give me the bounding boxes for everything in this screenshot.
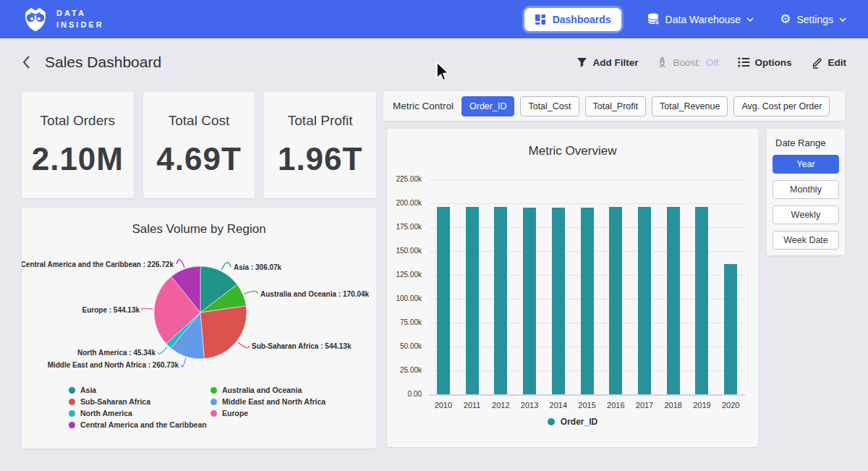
bar-column <box>630 207 659 394</box>
metric-option-total-cost[interactable]: Total_Cost <box>520 96 579 116</box>
brand-logo: DATA INSIDER <box>22 6 104 33</box>
settings-label: Settings <box>796 14 833 25</box>
kpi-label: Total Orders <box>41 113 115 129</box>
brand-name: DATA INSIDER <box>56 8 104 31</box>
x-axis-tick: 2015 <box>573 401 602 410</box>
bar-chart-title: Metric Overview <box>387 144 758 158</box>
y-axis-tick: 0.00 <box>387 390 422 398</box>
rocket-icon <box>657 56 668 69</box>
dashboards-label: Dashboards <box>553 14 611 25</box>
add-filter-label: Add Filter <box>592 57 638 68</box>
filter-funnel-icon <box>576 57 587 68</box>
boost-label: Boost: <box>673 57 700 68</box>
gear-icon: ⚙ <box>780 13 791 25</box>
brand-line-2: INSIDER <box>56 20 104 31</box>
navbar-actions: Dashboards Data Warehouse ⚙ Setting <box>524 8 846 31</box>
bar-2017[interactable] <box>638 207 651 394</box>
metric-option-total-profit[interactable]: Total_Profit <box>585 96 647 116</box>
metric-option-total-revenue[interactable]: Total_Revenue <box>652 96 728 116</box>
kpi-value: 4.69T <box>156 141 242 177</box>
dashboards-button[interactable]: Dashboards <box>524 8 621 31</box>
pie-legend: AsiaSub-Saharan AfricaNorth AmericaCentr… <box>69 384 326 430</box>
bar-2018[interactable] <box>667 207 680 394</box>
boost-toggle[interactable]: Boost: Off <box>657 56 718 69</box>
data-warehouse-label: Data Warehouse <box>665 14 741 25</box>
pie-chart-panel: Sales Volume by Region Asia : 306.07kAus… <box>22 208 376 449</box>
bar-2014[interactable] <box>552 208 565 395</box>
kpi-value: 2.10M <box>32 141 124 177</box>
date-range-option-monthly[interactable]: Monthly <box>773 180 839 199</box>
legend-label: Central America and the Caribbean <box>80 420 207 429</box>
bar-2011[interactable] <box>466 207 479 394</box>
pie-callout-line <box>142 308 153 310</box>
bar-2019[interactable] <box>695 207 708 394</box>
pie-callout-line <box>221 263 231 270</box>
owl-logo-icon <box>22 6 49 33</box>
brand-line-1: DATA <box>56 8 104 20</box>
bar-2012[interactable] <box>494 207 507 394</box>
pie-callout-label: North America : 45.34k <box>77 349 156 357</box>
x-axis-tick: 2011 <box>458 401 487 410</box>
page-header: Sales Dashboard Add Filter Boost: Off <box>0 38 868 86</box>
pie-chart-title: Sales Volume by Region <box>22 222 376 237</box>
legend-item-north-america: North America <box>69 407 210 419</box>
bar-column <box>573 208 602 395</box>
boost-value: Off <box>706 57 719 68</box>
date-range-option-week-date[interactable]: Week Date <box>773 231 839 250</box>
pie-callout-label: Europe : 544.13k <box>82 306 140 314</box>
legend-dot <box>69 387 75 394</box>
kpi-card-total-orders: Total Orders2.10M <box>22 92 134 198</box>
pie-callout-label: Middle East and North Africa : 260.73k <box>48 361 179 369</box>
legend-dot <box>69 399 75 405</box>
bar-column <box>544 208 573 395</box>
pie-callout-label: Central America and the Caribbean : 226.… <box>22 260 174 268</box>
back-button[interactable] <box>22 55 30 69</box>
edit-button[interactable]: Edit <box>811 56 847 69</box>
y-axis-tick: 50.00k <box>387 342 422 350</box>
bar-column <box>688 207 717 394</box>
legend-label: Australia and Oceania <box>222 386 302 394</box>
bar-chart-x-axis: 2010201120122013201420152016201720182019… <box>429 401 745 410</box>
legend-dot <box>548 418 555 425</box>
database-icon <box>647 13 660 25</box>
bar-column <box>486 207 515 394</box>
pie-callout-line <box>244 291 258 294</box>
add-filter-button[interactable]: Add Filter <box>576 57 638 68</box>
options-button[interactable]: Options <box>738 57 792 68</box>
bar-2020[interactable] <box>724 264 737 394</box>
kpi-value: 1.96T <box>278 141 363 177</box>
kpi-cards: Total Orders2.10MTotal Cost4.69TTotal Pr… <box>22 92 376 198</box>
bar-2013[interactable] <box>523 208 536 395</box>
bar-chart-panel: Metric Overview 225.00k200.00k175.00k150… <box>387 129 758 447</box>
pie-callout-label: Asia : 306.07k <box>234 263 282 271</box>
kpi-card-total-cost: Total Cost4.69T <box>143 92 255 198</box>
page-title: Sales Dashboard <box>45 54 161 71</box>
dashboard-grid-icon <box>535 14 546 25</box>
pie-callout-line <box>158 347 167 355</box>
x-axis-tick: 2016 <box>601 401 630 410</box>
bar-2016[interactable] <box>609 207 622 394</box>
metric-option-order-id[interactable]: Order_ID <box>461 96 514 116</box>
legend-dot <box>210 410 217 417</box>
legend-label: Middle East and North Africa <box>222 397 326 406</box>
x-axis-tick: 2012 <box>486 401 515 410</box>
y-axis-tick: 175.00k <box>387 223 422 231</box>
legend-label: Asia <box>80 386 96 394</box>
y-axis-tick: 25.00k <box>387 366 422 374</box>
date-range-option-year[interactable]: Year <box>773 155 839 174</box>
bar-2010[interactable] <box>437 207 450 394</box>
legend-dot <box>210 387 217 394</box>
settings-menu[interactable]: ⚙ Settings <box>780 13 846 25</box>
date-range-label: Date Range <box>775 137 839 148</box>
data-warehouse-menu[interactable]: Data Warehouse <box>647 13 754 25</box>
date-range-option-weekly[interactable]: Weekly <box>773 205 839 224</box>
bar-2015[interactable] <box>581 208 594 395</box>
y-axis-tick: 100.00k <box>387 294 422 302</box>
options-label: Options <box>755 57 792 68</box>
y-axis-tick: 125.00k <box>387 271 422 279</box>
edit-label: Edit <box>828 57 847 68</box>
metric-option-avg-cost-per-order[interactable]: Avg. Cost per Order <box>733 96 830 116</box>
pie-slice-sub-saharan-africa[interactable] <box>200 306 247 359</box>
date-range-buttons: YearMonthlyWeeklyWeek Date <box>773 155 839 250</box>
metric-control-label: Metric Control <box>393 101 454 111</box>
